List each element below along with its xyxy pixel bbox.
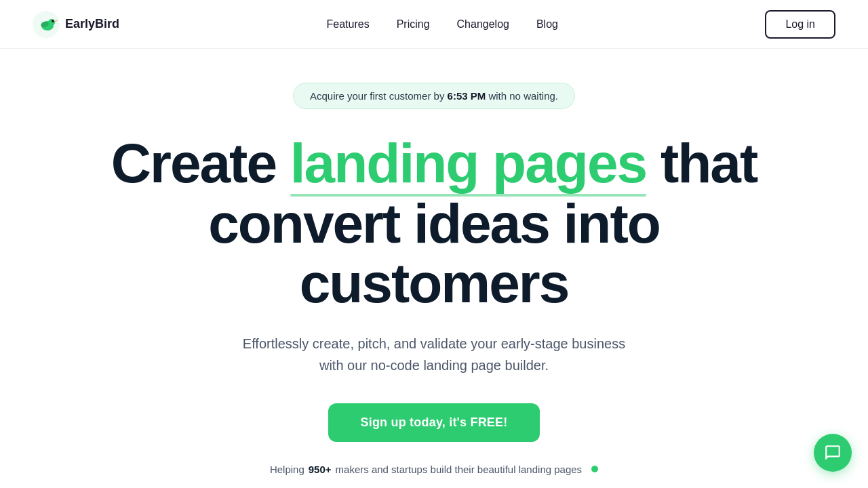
svg-point-2 [48,19,55,26]
avatar [545,486,580,488]
avatar [488,486,523,488]
social-count: 950+ [309,464,332,475]
hero-section: Acquire your first customer by 6:53 PM w… [0,49,868,488]
avatar-group [288,486,580,488]
avatar [288,486,323,488]
announcement-suffix: with no waiting. [486,90,558,102]
nav-links: Features Pricing Changelog Blog [326,18,557,30]
login-button[interactable]: Log in [765,10,835,39]
announcement-time: 6:53 PM [448,90,486,102]
hero-title: Create landing pages that convert ideas … [108,134,760,314]
announcement-prefix: Acquire your first customer by [310,90,448,102]
nav-pricing[interactable]: Pricing [397,18,430,30]
logo[interactable]: EarlyBird [33,11,119,38]
announcement-badge: Acquire your first customer by 6:53 PM w… [293,83,575,109]
hero-title-part2: that [646,132,757,194]
avatar [345,486,380,488]
hero-title-part1: Create [111,132,290,194]
hero-subtitle-line1: Effortlessly create, pitch, and validate… [243,336,625,351]
hero-title-highlight: landing pages [290,134,646,194]
avatar [459,486,494,488]
nav-blog[interactable]: Blog [536,18,558,30]
hero-title-line2: convert ideas into customers [208,192,660,314]
social-proof-text: Helping 950+ makers and startups build t… [270,464,598,475]
logo-text: EarlyBird [65,17,119,31]
cta-button[interactable]: Sign up today, it's FREE! [328,403,540,442]
hero-subtitle-line2: with our no-code landing page builder. [319,358,549,373]
avatar [374,486,409,488]
hero-subtitle: Effortlessly create, pitch, and validate… [243,333,625,376]
avatar [402,486,437,488]
social-prefix: Helping [270,464,304,475]
nav-features[interactable]: Features [326,18,369,30]
nav-changelog[interactable]: Changelog [457,18,509,30]
svg-point-3 [52,20,54,22]
chat-icon [824,444,842,462]
social-proof: Helping 950+ makers and startups build t… [270,464,598,488]
online-indicator [591,466,598,472]
avatar [431,486,466,488]
avatar [516,486,551,488]
chat-bubble-button[interactable] [814,434,852,472]
social-suffix: makers and startups build their beautifu… [336,464,583,475]
navbar: EarlyBird Features Pricing Changelog Blo… [0,0,868,49]
avatar [317,486,352,488]
